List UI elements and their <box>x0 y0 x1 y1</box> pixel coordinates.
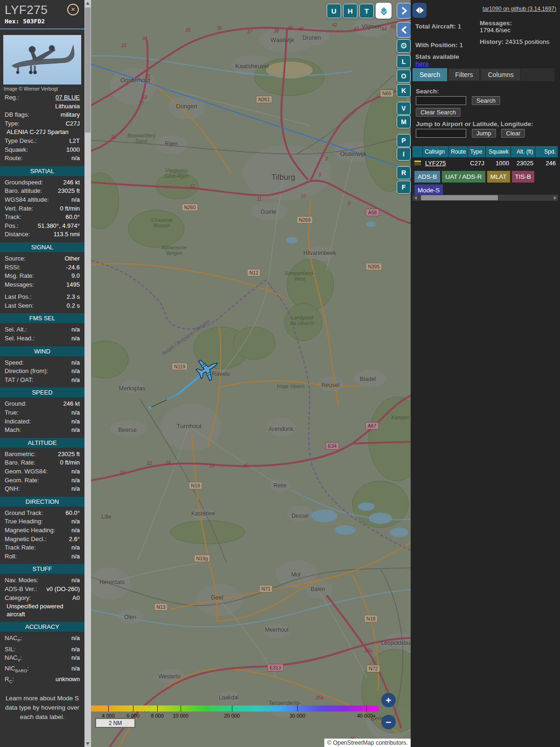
aircraft-photo[interactable] <box>3 35 81 85</box>
scrollbar-thumb[interactable] <box>85 7 91 133</box>
detail-value: n/a <box>71 646 80 654</box>
stats-here-link[interactable]: here <box>415 60 429 67</box>
map-area-label: Alphensche Bergen <box>161 245 187 256</box>
map-town-label: Westerlo <box>158 674 180 680</box>
detail-value[interactable]: 07 BLUE <box>56 94 80 102</box>
close-icon[interactable]: × <box>67 4 79 15</box>
detail-row: Ground:246 kt <box>0 400 84 409</box>
column-header[interactable]: Spd. <box>535 146 558 157</box>
detail-value: 0 ft/min <box>60 459 80 467</box>
scroll-down-icon[interactable] <box>84 740 91 747</box>
github-link[interactable]: tar1090 on github (3.14.1697) <box>483 6 556 12</box>
motorway-exit-number: 35 <box>185 28 190 33</box>
map-button-I[interactable]: I <box>397 148 411 161</box>
motorway-exit-number: 24 <box>165 460 170 465</box>
map-button-V[interactable]: V <box>397 102 411 115</box>
detail-label: Last Pos.: <box>5 293 32 301</box>
map-button-M[interactable]: M <box>397 115 411 128</box>
column-header[interactable]: Squawk <box>486 146 511 157</box>
layers-icon <box>378 5 389 16</box>
motorway-exit-number: 25a <box>365 648 373 653</box>
map-button-R[interactable]: R <box>397 166 411 179</box>
osm-attribution[interactable]: © OpenStreetMap contributors. <box>324 739 411 747</box>
jump-input[interactable] <box>416 129 466 138</box>
detail-row: RC:unknown <box>0 675 84 686</box>
column-header[interactable] <box>413 146 422 157</box>
scroll-right-icon[interactable] <box>552 195 558 201</box>
zoom-in-button[interactable]: + <box>381 693 396 707</box>
column-header[interactable]: Callsign <box>423 146 448 157</box>
jump-clear-button[interactable]: Clear <box>501 129 525 138</box>
map-button-expand-right[interactable] <box>397 3 411 19</box>
search-button[interactable]: Search <box>472 96 500 105</box>
map-town-label: Reusel <box>322 382 340 388</box>
map-button-P[interactable]: P <box>397 134 411 147</box>
map-button-L[interactable]: L <box>397 55 411 68</box>
panel-tabs: SearchFiltersColumns <box>413 68 554 81</box>
detail-value: n/a <box>71 155 80 162</box>
detail-value: 1495 <box>66 281 80 289</box>
column-header[interactable]: Route <box>449 146 468 157</box>
detail-value: n/a <box>71 518 80 526</box>
badge-adsb: ADS-B <box>414 171 440 183</box>
map-button-settings[interactable]: ⚙ <box>397 39 411 53</box>
detail-label: Source: <box>5 255 26 263</box>
flight-trail <box>148 373 204 409</box>
layers-button[interactable] <box>376 3 392 19</box>
detail-value: n/a <box>71 553 80 561</box>
zoom-out-button[interactable]: − <box>381 715 396 729</box>
map-area-label: Landgoed De Utrecht <box>290 315 314 326</box>
motorway-exit-number: 9 <box>348 201 350 206</box>
table-cell: 1000 <box>486 158 511 168</box>
column-header[interactable]: Type <box>468 146 485 157</box>
detail-row: Messages:1495 <box>0 281 84 289</box>
aircraft-photo-silhouette <box>3 35 81 85</box>
jump-button[interactable]: Jump <box>472 129 496 138</box>
clear-search-button[interactable]: Clear Search <box>416 108 461 117</box>
map-button-H[interactable]: H <box>343 4 357 18</box>
search-label: Search: <box>416 88 556 95</box>
altitude-legend <box>91 705 379 712</box>
h-scrollbar-thumb[interactable] <box>421 195 498 200</box>
table-horizontal-scrollbar[interactable] <box>413 195 558 201</box>
search-input[interactable] <box>416 96 466 105</box>
road-shield: N260 <box>182 204 198 211</box>
map-town-label: Kaatsheuvel <box>235 63 269 70</box>
detail-label: Type: <box>5 120 20 128</box>
table-row[interactable]: LYF275C27J100023025246 <box>413 158 558 168</box>
map-town-label: Geel <box>211 595 223 601</box>
detail-value: 246 kt <box>63 179 80 187</box>
scroll-left-icon[interactable] <box>413 195 419 201</box>
detail-value: 51.380°, 4.974° <box>38 222 80 230</box>
detail-row: Msg. Rate:9.0 <box>0 272 84 281</box>
detail-row: RSSI:-24.6 <box>0 263 84 272</box>
detail-label: Sel. Head.: <box>5 335 35 343</box>
map-town-label: Laakdal <box>219 695 238 701</box>
detail-row: Last Pos.:2.3 s <box>0 293 84 302</box>
map-area-label: Vliegbasis Gilze-Rijen <box>164 168 188 179</box>
left-panel-scrollbar[interactable] <box>84 0 91 747</box>
map-button-F[interactable]: F <box>397 181 411 194</box>
column-header[interactable]: Alt. (ft) <box>511 146 535 157</box>
detail-row: Track Rate:n/a <box>0 543 84 552</box>
tab-search[interactable]: Search <box>413 68 447 81</box>
map-button-K[interactable]: K <box>397 84 411 97</box>
tab-columns[interactable]: Columns <box>481 68 520 81</box>
badge-mlat: MLAT <box>487 171 510 183</box>
callsign-link[interactable]: LYF275 <box>423 158 449 168</box>
tar1090-app: LYF275 × Hex: 503FD2 <box>0 0 560 747</box>
map[interactable]: WaalwijkDrunenVlijmenKaatsheuvelOosterho… <box>91 0 411 747</box>
scroll-up-icon[interactable] <box>84 0 91 7</box>
motorway-exit-number: 25a <box>316 695 324 700</box>
map-button-U[interactable]: U <box>327 4 341 18</box>
detail-value: 9.0 <box>71 272 80 280</box>
detail-row: Geom. Rate:n/a <box>0 476 84 485</box>
sidebar-toggle-button[interactable] <box>413 3 427 18</box>
map-button-O[interactable]: O <box>397 70 411 83</box>
detail-label: Track Rate: <box>5 544 36 552</box>
tab-filters[interactable]: Filters <box>448 68 480 81</box>
hex-code: Hex: 503FD2 <box>5 18 80 25</box>
map-button-collapse-left[interactable] <box>397 22 411 38</box>
map-button-T[interactable]: T <box>359 4 374 18</box>
detail-value: 2.3 s <box>67 293 80 301</box>
